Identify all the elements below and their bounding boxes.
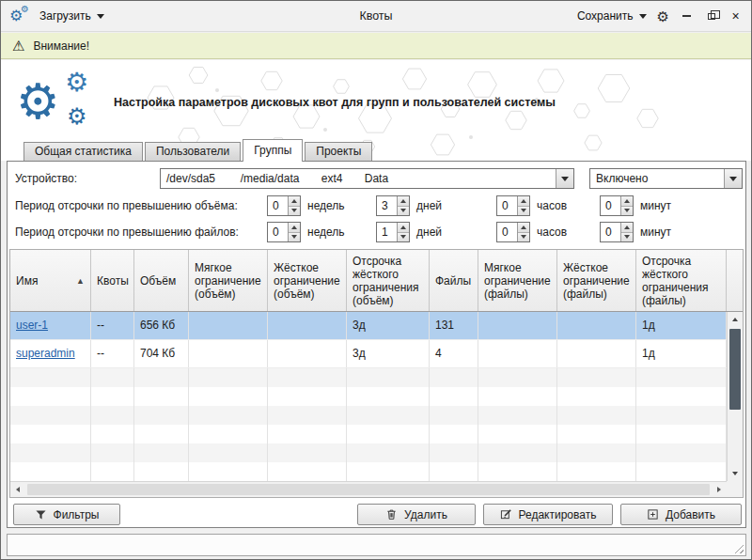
- horizontal-scrollbar[interactable]: [10, 481, 727, 497]
- files-grace-minutes-spinner[interactable]: 0: [600, 222, 634, 242]
- files-grace-hours-spinner[interactable]: 0: [496, 222, 530, 242]
- column-header-hard-volume[interactable]: Жёсткое ограничение (объём): [268, 250, 347, 311]
- empty-cell: [134, 387, 189, 406]
- scroll-up-button[interactable]: [728, 312, 743, 327]
- volume-grace-days: 3 дней: [376, 195, 442, 216]
- save-menu-button[interactable]: Сохранить: [577, 9, 647, 23]
- column-header-hard-files[interactable]: Жёсткое ограничение (файлы): [557, 250, 636, 311]
- plus-icon: [647, 508, 659, 521]
- titlebar-left: ⚙ ⚙ Загрузить: [1, 5, 104, 27]
- spin-up-button[interactable]: [621, 196, 633, 207]
- user-link[interactable]: user-1: [16, 319, 48, 332]
- spin-up-button[interactable]: [289, 223, 300, 233]
- column-header-grace-files[interactable]: Отсрочка жёсткого ограничения (файлы): [636, 250, 727, 311]
- spin-up-button[interactable]: [398, 223, 409, 233]
- table-cell: 1д: [636, 312, 727, 339]
- load-menu-button[interactable]: Загрузить: [39, 9, 104, 23]
- spin-down-button[interactable]: [621, 207, 633, 216]
- spin-down-button[interactable]: [398, 233, 409, 242]
- header-description: Настройка параметров дисковых квот для г…: [114, 96, 556, 109]
- vertical-scrollbar[interactable]: [727, 312, 743, 481]
- unit-label: минут: [640, 226, 671, 239]
- empty-cell: [636, 462, 727, 481]
- scroll-down-button[interactable]: [728, 466, 743, 481]
- quota-status-select[interactable]: Включено: [589, 168, 743, 189]
- table-cell: [557, 312, 636, 339]
- table-cell: [189, 340, 268, 367]
- table-row[interactable]: user-1 -- 656 Кб 3д 131 1д: [10, 312, 727, 340]
- scroll-right-button[interactable]: [712, 482, 727, 497]
- settings-gear-icon[interactable]: ⚙: [657, 9, 669, 23]
- empty-cell: [10, 443, 91, 462]
- empty-cell: [636, 425, 727, 443]
- files-grace-weeks-spinner[interactable]: 0: [267, 222, 301, 242]
- spin-up-button[interactable]: [398, 196, 409, 207]
- column-header-soft-files[interactable]: Мягкое ограничение (файлы): [478, 250, 557, 311]
- empty-cell: [91, 406, 134, 425]
- tab-bar: Общая статистика Пользователи Группы Про…: [24, 139, 374, 161]
- tab-groups[interactable]: Группы: [243, 139, 303, 162]
- scroll-left-button[interactable]: [10, 482, 25, 497]
- spin-down-button[interactable]: [621, 233, 633, 242]
- volume-grace-label: Период отсрочки по превышению объёма:: [15, 195, 238, 216]
- spin-down-button[interactable]: [518, 233, 529, 242]
- table-empty-row: [10, 425, 727, 443]
- close-button[interactable]: ×: [728, 7, 743, 25]
- add-button[interactable]: Добавить: [620, 504, 742, 525]
- empty-cell: [10, 368, 91, 387]
- warning-banner: ⚠ Внимание!: [1, 33, 751, 59]
- chevron-down-icon: [97, 14, 104, 19]
- unit-label: минут: [640, 199, 671, 212]
- trash-icon: [385, 508, 398, 521]
- table-row[interactable]: superadmin -- 704 Кб 3д 4 1д: [10, 340, 727, 368]
- column-header-name[interactable]: Имя ▲: [10, 250, 91, 311]
- minimize-button[interactable]: [680, 7, 694, 25]
- spin-down-button[interactable]: [289, 233, 300, 242]
- chevron-down-icon: [639, 14, 647, 19]
- horizontal-scroll-track[interactable]: [25, 482, 712, 497]
- spin-up-button[interactable]: [621, 223, 633, 233]
- table-cell: [478, 340, 557, 367]
- user-link[interactable]: superadmin: [16, 347, 75, 360]
- volume-grace-minutes-spinner[interactable]: 0: [600, 195, 634, 216]
- chevron-down-icon[interactable]: [556, 169, 573, 188]
- column-header-soft-volume[interactable]: Мягкое ограничение (объём): [189, 250, 268, 311]
- column-header-grace-volume[interactable]: Отсрочка жёсткого ограничения (объём): [347, 250, 430, 311]
- resize-grip[interactable]: [732, 542, 744, 553]
- empty-cell: [91, 443, 134, 462]
- spin-up-button[interactable]: [518, 223, 529, 233]
- files-grace-days-spinner[interactable]: 1: [376, 222, 410, 242]
- tab-general-stats[interactable]: Общая статистика: [24, 142, 143, 161]
- column-header-volume[interactable]: Объём: [134, 250, 189, 311]
- filters-button[interactable]: Фильтры: [13, 504, 120, 525]
- chevron-down-icon[interactable]: [724, 169, 742, 188]
- table-cell: 3д: [347, 312, 430, 339]
- spin-down-button[interactable]: [398, 207, 409, 216]
- warning-text: Внимание!: [33, 39, 89, 53]
- spin-down-button[interactable]: [518, 207, 529, 216]
- spin-up-button[interactable]: [518, 196, 529, 207]
- empty-cell: [134, 368, 189, 387]
- restore-button[interactable]: [704, 7, 718, 25]
- header-corner: [727, 250, 743, 311]
- table-empty-row: [10, 368, 727, 387]
- files-grace-days: 1 дней: [376, 222, 442, 242]
- horizontal-scroll-thumb[interactable]: [27, 484, 710, 495]
- vertical-scroll-track[interactable]: [728, 327, 743, 466]
- spin-down-button[interactable]: [289, 207, 300, 216]
- table-cell: 656 Кб: [134, 312, 189, 339]
- delete-button[interactable]: Удалить: [357, 504, 476, 525]
- edit-button[interactable]: Редактировать: [483, 504, 613, 525]
- spin-up-button[interactable]: [289, 196, 300, 207]
- column-header-quotas[interactable]: Квоты: [91, 250, 134, 311]
- tab-projects[interactable]: Проекты: [305, 142, 372, 161]
- empty-cell: [557, 406, 636, 425]
- device-select[interactable]: /dev/sda5 /media/data ext4 Data: [160, 168, 574, 189]
- volume-grace-hours-spinner[interactable]: 0: [496, 195, 530, 216]
- volume-grace-days-spinner[interactable]: 3: [376, 195, 410, 216]
- vertical-scroll-thumb[interactable]: [729, 329, 741, 410]
- volume-grace-weeks-spinner[interactable]: 0: [267, 195, 301, 216]
- unit-label: часов: [537, 199, 567, 212]
- column-header-files[interactable]: Файлы: [430, 250, 478, 311]
- tab-users[interactable]: Пользователи: [145, 142, 241, 161]
